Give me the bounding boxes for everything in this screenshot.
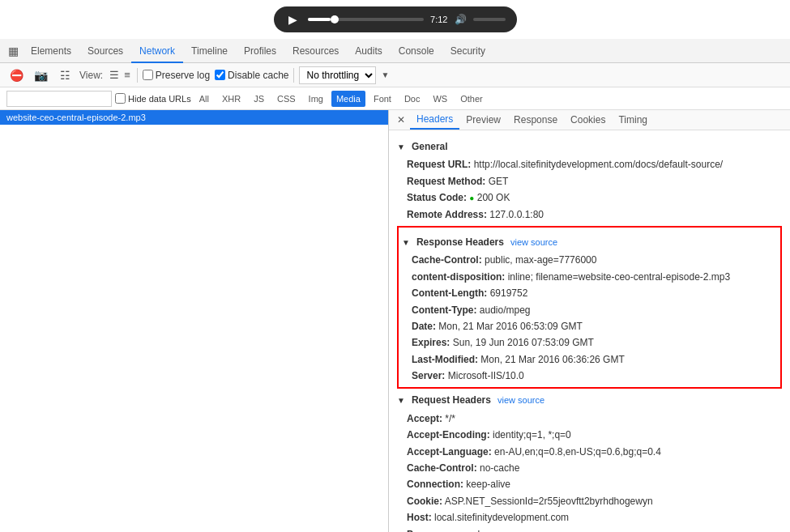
tab-network[interactable]: Network [131, 39, 183, 63]
tab-response[interactable]: Response [507, 111, 564, 129]
request-headers-title: ▼ Request Headers view source [397, 392, 782, 408]
close-icon[interactable]: ✕ [392, 111, 410, 129]
request-triangle: ▼ [397, 394, 405, 407]
accept-language-row: Accept-Language: en-AU,en;q=0.8,en-US;q=… [397, 444, 782, 460]
request-view-source[interactable]: view source [497, 393, 544, 408]
search-input[interactable] [6, 91, 112, 107]
status-code-row: Status Code: ● 200 OK [397, 189, 782, 206]
filter-xhr[interactable]: XHR [217, 91, 246, 107]
separator-2 [293, 68, 294, 83]
remote-address-row: Remote Address: 127.0.0.1:80 [397, 206, 782, 223]
content-length-row: Content-Length: 6919752 [402, 285, 777, 301]
volume-track[interactable] [473, 18, 506, 21]
tab-preview[interactable]: Preview [459, 111, 507, 129]
stop-recording-icon[interactable]: ⛔ [6, 66, 26, 85]
main-content: website-ceo-central-episode-2.mp3 ✕ Head… [0, 110, 790, 532]
tab-profiles[interactable]: Profiles [236, 39, 284, 63]
server-row: Server: Microsoft-IIS/10.0 [402, 368, 777, 384]
request-details: ✕ Headers Preview Response Cookies Timin… [389, 110, 790, 532]
tab-elements[interactable]: Elements [23, 39, 79, 63]
connection-row: Connection: keep-alive [397, 476, 782, 492]
status-dot: ● [469, 194, 474, 202]
tab-security[interactable]: Security [442, 39, 493, 63]
filter-bar: Hide data URLs All XHR JS CSS Img Media … [0, 87, 790, 110]
date-row: Date: Mon, 21 Mar 2016 06:53:09 GMT [402, 318, 777, 334]
throttling-arrow[interactable]: ▼ [381, 70, 389, 79]
filter-icon[interactable]: ☷ [55, 66, 75, 85]
content-type-row: Content-Type: audio/mpeg [402, 302, 777, 318]
progress-track[interactable] [308, 18, 425, 21]
req-cache-control-row: Cache-Control: no-cache [397, 460, 782, 476]
tab-timeline[interactable]: Timeline [183, 39, 236, 63]
view-label: View: [79, 70, 103, 81]
tab-console[interactable]: Console [391, 39, 442, 63]
network-item[interactable]: website-ceo-central-episode-2.mp3 [0, 110, 388, 125]
list-view-icon[interactable]: ☰ [108, 67, 121, 83]
response-triangle: ▼ [402, 236, 410, 249]
filter-other[interactable]: Other [455, 91, 488, 107]
disable-cache-checkbox[interactable]: Disable cache [215, 70, 288, 81]
filter-css[interactable]: CSS [272, 91, 301, 107]
response-headers-title: ▼ Response Headers view source [402, 234, 777, 250]
accept-row: Accept: */* [397, 411, 782, 427]
last-modified-row: Last-Modified: Mon, 21 Mar 2016 06:36:26… [402, 351, 777, 368]
general-section-title: ▼ General [397, 138, 782, 155]
tab-sources[interactable]: Sources [79, 39, 131, 63]
filter-js[interactable]: JS [249, 91, 269, 107]
filter-doc[interactable]: Doc [399, 91, 425, 107]
tab-timing[interactable]: Timing [612, 111, 654, 129]
disable-cache-input[interactable] [215, 70, 225, 80]
cache-control-row: Cache-Control: public, max-age=7776000 [402, 252, 777, 268]
tab-headers[interactable]: Headers [410, 110, 459, 130]
play-button[interactable]: ▶ [285, 11, 301, 28]
tab-audits[interactable]: Audits [347, 39, 390, 63]
tab-resources[interactable]: Resources [284, 39, 347, 63]
hide-data-urls-input[interactable] [115, 93, 126, 104]
details-tabs: ✕ Headers Preview Response Cookies Timin… [389, 110, 790, 130]
request-headers-section: ▼ Request Headers view source Accept: */… [397, 392, 782, 532]
separator-1 [137, 68, 138, 83]
content-disposition-row: content-disposition: inline; filename=we… [402, 269, 777, 285]
progress-fill [308, 18, 331, 21]
filter-font[interactable]: Font [369, 91, 396, 107]
filter-ws[interactable]: WS [428, 91, 452, 107]
host-row: Host: local.sitefinitydevelopment.com [397, 509, 782, 526]
hide-data-urls-checkbox[interactable]: Hide data URLs [115, 93, 191, 104]
time-display: 7:12 [430, 15, 447, 24]
media-player: ▶ 7:12 🔊 [274, 6, 517, 32]
filter-img[interactable]: Img [304, 91, 328, 107]
tab-cookies[interactable]: Cookies [564, 111, 612, 129]
mobile-icon[interactable]: ▦ [3, 41, 23, 61]
camera-icon[interactable]: 📷 [31, 66, 50, 85]
response-headers-box: ▼ Response Headers view source Cache-Con… [397, 226, 782, 389]
view-icons: ☰ ≡ [108, 67, 132, 83]
network-list: website-ceo-central-episode-2.mp3 [0, 110, 389, 532]
filter-media[interactable]: Media [331, 91, 365, 107]
accept-encoding-row: Accept-Encoding: identity;q=1, *;q=0 [397, 427, 782, 443]
pragma-row: Pragma: no-cache [397, 526, 782, 532]
preserve-log-input[interactable] [143, 70, 153, 80]
throttling-select[interactable]: No throttling [299, 66, 376, 84]
response-view-source[interactable]: view source [510, 235, 557, 250]
preserve-log-checkbox[interactable]: Preserve log [143, 70, 210, 81]
filter-all[interactable]: All [194, 91, 214, 107]
details-content: ▼ General Request URL: http://local.site… [389, 130, 790, 532]
expires-row: Expires: Sun, 19 Jun 2016 07:53:09 GMT [402, 334, 777, 351]
detail-view-icon[interactable]: ≡ [122, 67, 132, 83]
request-url-row: Request URL: http://local.sitefinitydeve… [397, 156, 782, 172]
volume-icon: 🔊 [455, 14, 467, 25]
general-triangle: ▼ [397, 140, 405, 154]
cookie-row: Cookie: ASP.NET_SessionId=2r55jeovftt2by… [397, 493, 782, 509]
request-method-row: Request Method: GET [397, 173, 782, 189]
network-toolbar: ⛔ 📷 ☷ View: ☰ ≡ Preserve log Disable cac… [0, 63, 790, 87]
devtools-tabs: ▦ Elements Sources Network Timeline Prof… [0, 39, 790, 63]
progress-thumb [331, 15, 339, 23]
